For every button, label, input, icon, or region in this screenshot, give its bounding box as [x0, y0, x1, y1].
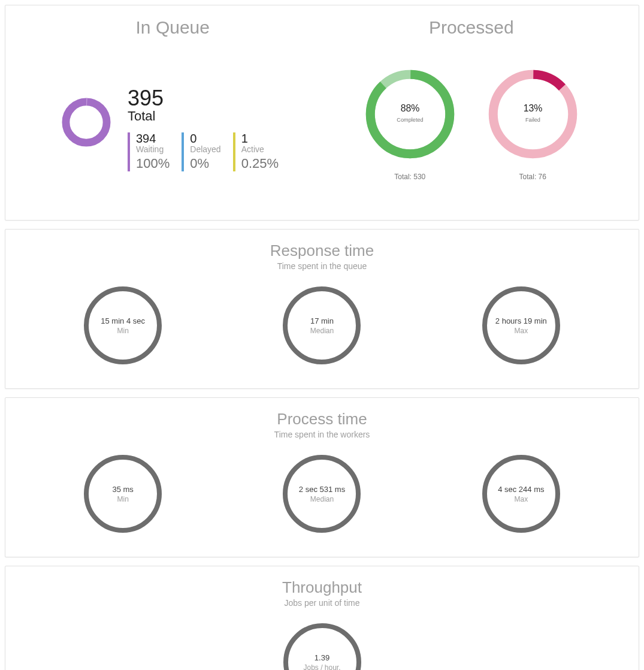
- processed-content: 88% Completed Total: 530 13% Failed Tota…: [322, 62, 621, 181]
- process-median-value: 2 sec 531 ms: [299, 485, 345, 494]
- breakdown-waiting: 394 Waiting 100%: [128, 132, 170, 171]
- response-median-ring: 17 min Median: [283, 286, 361, 364]
- ring-icon: 2 hours 19 min Max: [482, 286, 560, 364]
- failed-pct-text: 13%: [523, 103, 542, 113]
- queue-donut-icon: [59, 95, 113, 149]
- completed-pct-text: 88%: [400, 103, 419, 113]
- processed-title: Processed: [322, 17, 621, 38]
- completed-donut-wrap: 88% Completed Total: 530: [358, 62, 462, 181]
- ring-icon: 1.39 Jobs / hour.: [283, 623, 361, 670]
- processed-section: Processed 88% Completed Total: 530 13% F…: [322, 17, 621, 202]
- throughput-subtitle: Jobs per unit of time: [23, 598, 621, 608]
- response-time-rings: 15 min 4 sec Min 17 min Median 2 hours 1…: [23, 286, 621, 364]
- process-max-label: Max: [514, 495, 528, 503]
- process-median-label: Median: [310, 495, 334, 503]
- queue-breakdown: 394 Waiting 100% 0 Delayed 0% 1 Active 0…: [128, 132, 279, 171]
- active-pct: 0.25%: [241, 156, 279, 171]
- process-min-value: 35 ms: [112, 485, 133, 494]
- response-time-card: Response time Time spent in the queue 15…: [5, 229, 639, 389]
- completed-donut-icon: 88% Completed: [358, 62, 462, 167]
- overview-card: In Queue 395 Total 394 Waiting 100% 0: [5, 5, 639, 221]
- throughput-card: Throughput Jobs per unit of time 1.39 Jo…: [5, 566, 639, 670]
- breakdown-delayed: 0 Delayed 0%: [182, 132, 220, 171]
- process-time-subtitle: Time spent in the workers: [23, 430, 621, 439]
- response-min-label: Min: [117, 327, 128, 335]
- in-queue-content: 395 Total 394 Waiting 100% 0 Delayed 0% …: [23, 86, 322, 171]
- response-max-ring: 2 hours 19 min Max: [482, 286, 560, 364]
- throughput-rings: 1.39 Jobs / hour.: [23, 623, 621, 670]
- failed-label: Failed: [525, 117, 540, 123]
- process-max-ring: 4 sec 244 ms Max: [482, 455, 560, 533]
- delayed-label: Delayed: [190, 144, 220, 155]
- in-queue-section: In Queue 395 Total 394 Waiting 100% 0: [23, 17, 322, 202]
- svg-point-3: [370, 74, 450, 154]
- ring-icon: 35 ms Min: [84, 455, 162, 533]
- active-label: Active: [241, 144, 279, 155]
- throughput-label: Jobs / hour.: [303, 663, 340, 671]
- delayed-count: 0: [190, 132, 220, 144]
- svg-point-0: [66, 102, 107, 143]
- response-max-value: 2 hours 19 min: [495, 316, 547, 325]
- response-max-label: Max: [514, 327, 528, 335]
- response-min-value: 15 min 4 sec: [101, 316, 145, 325]
- process-min-label: Min: [117, 495, 128, 503]
- response-min-ring: 15 min 4 sec Min: [84, 286, 162, 364]
- queue-stats: 395 Total 394 Waiting 100% 0 Delayed 0% …: [128, 86, 279, 171]
- failed-donut-icon: 13% Failed: [480, 62, 585, 167]
- response-median-value: 17 min: [310, 316, 334, 325]
- waiting-pct: 100%: [136, 156, 170, 171]
- process-max-value: 4 sec 244 ms: [498, 485, 544, 494]
- ring-icon: 17 min Median: [283, 286, 361, 364]
- queue-total-label: Total: [128, 108, 279, 124]
- in-queue-title: In Queue: [23, 17, 322, 38]
- queue-total-value: 395: [128, 86, 279, 111]
- process-min-ring: 35 ms Min: [84, 455, 162, 533]
- response-time-subtitle: Time spent in the queue: [23, 261, 621, 271]
- failed-donut-wrap: 13% Failed Total: 76: [480, 62, 585, 181]
- waiting-count: 394: [136, 132, 170, 144]
- throughput-ring: 1.39 Jobs / hour.: [283, 623, 361, 670]
- ring-icon: 4 sec 244 ms Max: [482, 455, 560, 533]
- process-time-title: Process time: [23, 410, 621, 428]
- active-count: 1: [241, 132, 279, 144]
- response-median-label: Median: [310, 327, 334, 335]
- delayed-pct: 0%: [190, 156, 220, 171]
- response-time-title: Response time: [23, 242, 621, 260]
- ring-icon: 2 sec 531 ms Median: [283, 455, 361, 533]
- waiting-label: Waiting: [136, 144, 170, 155]
- process-median-ring: 2 sec 531 ms Median: [283, 455, 361, 533]
- failed-total-text: Total: 76: [480, 173, 585, 181]
- throughput-value: 1.39: [315, 653, 329, 662]
- throughput-title: Throughput: [23, 578, 621, 597]
- process-time-rings: 35 ms Min 2 sec 531 ms Median 4 sec 244 …: [23, 455, 621, 533]
- ring-icon: 15 min 4 sec Min: [84, 286, 162, 364]
- completed-label: Completed: [397, 117, 423, 123]
- completed-total-text: Total: 530: [358, 173, 462, 181]
- breakdown-active: 1 Active 0.25%: [233, 132, 279, 171]
- process-time-card: Process time Time spent in the workers 3…: [5, 397, 639, 557]
